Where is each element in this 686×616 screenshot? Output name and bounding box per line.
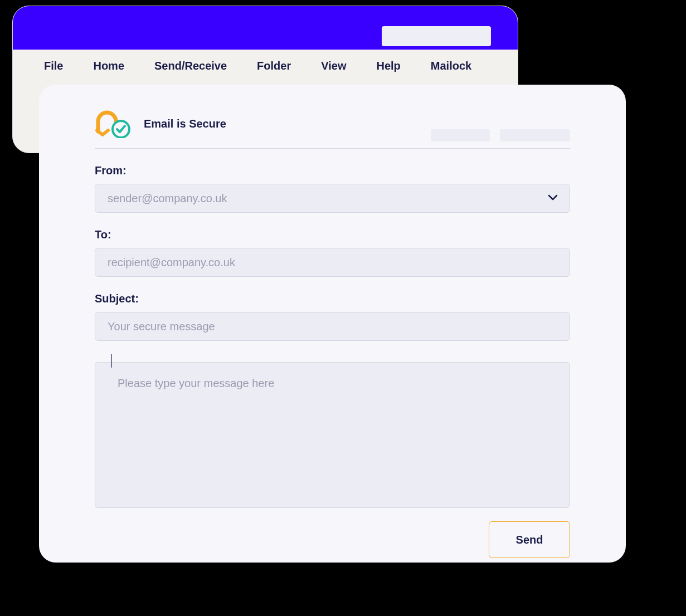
subject-field: Subject: [95,292,570,341]
search-input[interactable] [382,26,491,46]
menu-home[interactable]: Home [93,60,124,72]
menu-file[interactable]: File [44,60,63,72]
subject-input[interactable] [95,312,570,341]
secure-status-title: Email is Secure [144,118,226,130]
to-label: To: [95,228,570,241]
text-caret [111,354,112,368]
menu-view[interactable]: View [321,60,346,72]
placeholder-block [500,129,570,141]
titlebar [13,6,518,50]
send-button[interactable]: Send [489,521,570,558]
placeholder-block [431,129,490,141]
message-body-input[interactable] [95,362,570,508]
menu-mailock[interactable]: Mailock [431,60,471,72]
compose-window: Email is Secure From: To: Subject: [39,85,626,563]
menu-send-receive[interactable]: Send/Receive [154,60,227,72]
from-field: From: [95,164,570,213]
mailock-lock-icon [95,109,133,138]
compose-header: Email is Secure [95,109,570,149]
menu-help[interactable]: Help [376,60,400,72]
to-input[interactable] [95,248,570,277]
menubar: File Home Send/Receive Folder View Help … [13,50,518,72]
to-field: To: [95,228,570,277]
from-select[interactable] [95,184,570,213]
header-right-placeholders [431,129,570,141]
subject-label: Subject: [95,292,570,305]
from-label: From: [95,164,570,177]
menu-folder[interactable]: Folder [257,60,291,72]
from-input[interactable] [95,184,570,213]
